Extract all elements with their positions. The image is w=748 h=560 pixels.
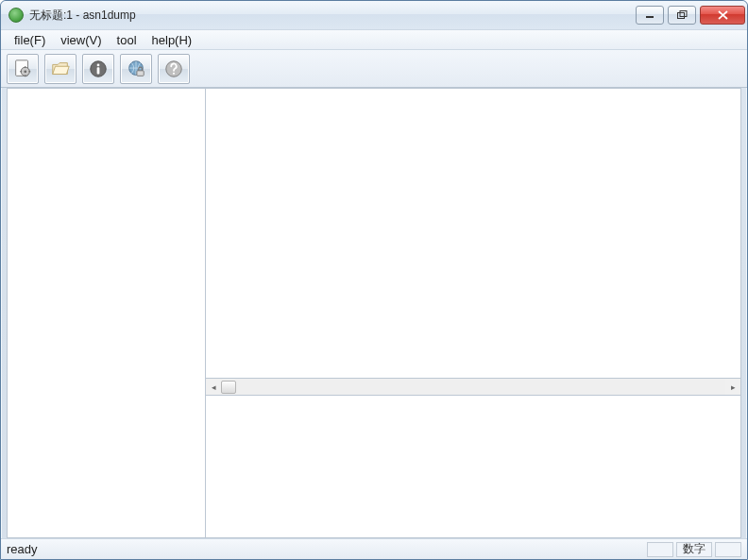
svg-point-13 — [97, 63, 100, 66]
svg-point-18 — [173, 72, 175, 74]
maximize-button[interactable] — [668, 6, 696, 25]
globe-lock-icon — [126, 59, 146, 79]
app-icon — [8, 8, 24, 23]
svg-rect-1 — [677, 13, 684, 19]
scroll-right-arrow[interactable]: ▸ — [725, 380, 740, 395]
minimize-icon — [645, 10, 654, 20]
status-bar: ready 数字 — [1, 538, 747, 559]
scroll-thumb[interactable] — [221, 381, 236, 394]
menu-bar: file(F) view(V) tool help(H) — [1, 29, 747, 50]
window-controls — [632, 6, 745, 25]
svg-point-7 — [24, 70, 26, 73]
svg-rect-14 — [97, 67, 100, 74]
svg-rect-16 — [137, 70, 144, 76]
doc-gear-icon — [12, 59, 33, 79]
maximize-icon — [677, 10, 688, 20]
scroll-left-arrow[interactable]: ◂ — [206, 380, 221, 395]
toolbar — [1, 50, 747, 88]
close-icon — [718, 10, 728, 20]
info-button[interactable] — [82, 54, 114, 84]
status-cell-numlock: 数字 — [676, 542, 712, 557]
client-area: ◂ ▸ — [7, 88, 741, 538]
detail-pane[interactable] — [206, 89, 740, 379]
help-circle-icon — [163, 59, 184, 79]
minimize-button[interactable] — [636, 6, 664, 25]
menu-file[interactable]: file(F) — [7, 31, 53, 49]
title-bar[interactable]: 无标题:1 - asn1dump — [1, 1, 747, 29]
svg-rect-2 — [680, 11, 687, 17]
output-pane[interactable] — [206, 396, 740, 537]
status-cell-scroll — [715, 542, 741, 557]
status-cell-caps — [647, 542, 673, 557]
menu-view[interactable]: view(V) — [53, 31, 109, 49]
window-frame: 无标题:1 - asn1dump file(F) view(V) to — [0, 0, 748, 560]
open-file-button[interactable] — [44, 54, 76, 84]
folder-open-icon — [50, 59, 71, 79]
scroll-track[interactable] — [221, 380, 725, 395]
menu-help[interactable]: help(H) — [144, 31, 200, 49]
menu-tool[interactable]: tool — [110, 31, 144, 49]
window-title: 无标题:1 - asn1dump — [29, 8, 136, 24]
new-parse-button[interactable] — [7, 54, 39, 84]
help-button[interactable] — [158, 54, 190, 84]
status-text: ready — [7, 542, 644, 556]
horizontal-scrollbar[interactable]: ◂ ▸ — [206, 379, 740, 396]
close-button[interactable] — [700, 6, 745, 25]
settings-button[interactable] — [120, 54, 152, 84]
info-circle-icon — [88, 59, 109, 79]
right-stack: ◂ ▸ — [206, 89, 740, 537]
tree-pane[interactable] — [8, 89, 206, 537]
